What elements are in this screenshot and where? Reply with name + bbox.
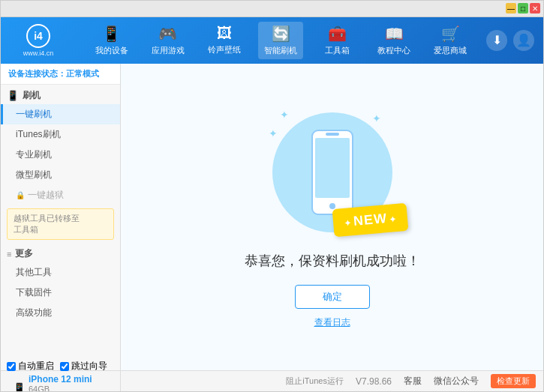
sidebar-item-one-key-flash[interactable]: 一键刷机: [1, 104, 120, 124]
nav-device-icon: 📱: [102, 25, 121, 43]
nav-toolbox[interactable]: 🧰 工具箱: [315, 22, 360, 59]
device-storage: 64GB: [29, 385, 95, 392]
nav-apps[interactable]: 🎮 应用游戏: [146, 22, 191, 59]
sidebar-item-advanced[interactable]: 高级功能: [1, 303, 120, 323]
phone-svg: [306, 127, 359, 217]
sidebar-item-itunes-flash[interactable]: iTunes刷机: [1, 124, 120, 145]
flash-section-header: 📱 刷机: [1, 85, 120, 104]
nav-tutorial-icon: 📖: [385, 25, 404, 43]
main-content: ✦ ✦ ✦ NEW 恭喜您，保资料刷机成功啦！ 确定 查看日志: [121, 64, 543, 370]
svg-rect-1: [315, 138, 350, 198]
nav-flash-label: 智能刷机: [264, 45, 297, 56]
main-layout: 设备连接状态：正常模式 📱 刷机 一键刷机 iTunes刷机 专业刷机 微型刷机…: [1, 64, 543, 370]
device-icon: 📱: [13, 382, 26, 392]
flash-section-label: 刷机: [23, 89, 41, 102]
itunes-status: 阻止iTunes运行: [286, 376, 344, 387]
confirm-button[interactable]: 确定: [295, 285, 370, 309]
nav-store-label: 爱思商城: [434, 45, 467, 56]
nav-my-device[interactable]: 📱 我的设备: [89, 22, 134, 59]
sparkle-2: ✦: [269, 127, 278, 139]
app-header: i4 www.i4.cn 📱 我的设备 🎮 应用游戏 🖼 铃声壁纸 🔄 智能刷机: [1, 17, 543, 64]
status-label: 设备连接状态：: [8, 69, 66, 78]
lock-icon: 🔒: [16, 191, 25, 199]
nav-device-label: 我的设备: [95, 45, 128, 56]
sidebar-item-other-tools[interactable]: 其他工具: [1, 262, 120, 283]
update-button[interactable]: 检查更新: [491, 374, 536, 388]
advanced-label: 高级功能: [16, 307, 52, 318]
skip-wizard-input[interactable]: [60, 362, 69, 371]
logo-circle: i4: [26, 24, 50, 48]
sparkle-1: ✦: [280, 109, 289, 121]
sidebar-note: 越狱工具已转移至 工具箱: [7, 208, 114, 241]
auto-restart-label: 自动重启: [18, 360, 54, 373]
version-text: V7.98.66: [356, 376, 392, 387]
new-badge: NEW: [332, 203, 408, 237]
nav-tutorial-label: 教程中心: [377, 45, 410, 56]
nav-apps-label: 应用游戏: [152, 45, 185, 56]
flash-section-icon: 📱: [7, 90, 19, 101]
device-details: iPhone 12 mini 64GB Down-12mini-13.1: [29, 374, 95, 392]
view-log-link[interactable]: 查看日志: [314, 316, 350, 329]
bottom-bar: 自动重启 跳过向导 📱 iPhone 12 mini 64GB Down-12m…: [1, 370, 543, 391]
more-section-icon: ≡: [7, 250, 11, 259]
more-section-label: 更多: [15, 247, 33, 260]
wechat-link[interactable]: 微信公众号: [434, 375, 479, 388]
header-right: ⬇ 👤: [486, 30, 543, 51]
connection-status: 设备连接状态：正常模式: [1, 64, 120, 85]
service-link[interactable]: 客服: [404, 375, 422, 388]
title-bar: — □ ✕: [1, 1, 543, 17]
download-button[interactable]: ⬇: [486, 30, 507, 51]
micro-flash-label: 微型刷机: [16, 169, 52, 180]
nav-tutorial[interactable]: 📖 教程中心: [371, 22, 416, 59]
sparkle-3: ✦: [372, 112, 381, 124]
nav-wallpaper[interactable]: 🖼 铃声壁纸: [202, 22, 247, 59]
nav-wallpaper-label: 铃声壁纸: [208, 44, 241, 55]
logo-text: www.i4.cn: [23, 49, 54, 57]
close-button[interactable]: ✕: [530, 3, 540, 13]
sidebar: 设备连接状态：正常模式 📱 刷机 一键刷机 iTunes刷机 专业刷机 微型刷机…: [1, 64, 121, 370]
nav-toolbox-label: 工具箱: [325, 45, 350, 56]
jailbreak-label: 一键越狱: [28, 189, 64, 202]
sidebar-item-pro-flash[interactable]: 专业刷机: [1, 145, 120, 165]
download-firmware-label: 下载固件: [16, 287, 52, 298]
pro-flash-label: 专业刷机: [16, 149, 52, 160]
auto-restart-checkbox[interactable]: 自动重启: [7, 360, 54, 373]
maximize-button[interactable]: □: [518, 3, 528, 13]
status-value: 正常模式: [66, 69, 99, 78]
bottom-checkboxes: 自动重启 跳过向导: [7, 360, 114, 373]
nav-store[interactable]: 🛒 爱思商城: [428, 22, 473, 59]
success-text: 恭喜您，保资料刷机成功啦！: [245, 252, 420, 270]
minimize-button[interactable]: —: [506, 3, 516, 13]
svg-rect-2: [326, 133, 339, 136]
bottom-right-panel: 阻止iTunes运行 V7.98.66 客服 微信公众号 检查更新: [121, 371, 543, 391]
note-line1: 越狱工具已转移至: [14, 214, 80, 223]
sidebar-item-micro-flash[interactable]: 微型刷机: [1, 165, 120, 185]
user-button[interactable]: 👤: [513, 30, 534, 51]
success-illustration: ✦ ✦ ✦ NEW: [265, 105, 400, 240]
sidebar-item-download-firmware[interactable]: 下载固件: [1, 283, 120, 303]
device-name: iPhone 12 mini: [29, 374, 95, 385]
nav-store-icon: 🛒: [441, 25, 460, 43]
itunes-flash-label: iTunes刷机: [16, 129, 61, 139]
nav-apps-icon: 🎮: [158, 25, 177, 43]
device-info: 📱 iPhone 12 mini 64GB Down-12mini-13.1: [13, 374, 108, 392]
nav-flash-icon: 🔄: [272, 25, 290, 43]
logo-initial: i4: [28, 25, 49, 46]
more-section-header: ≡ 更多: [1, 243, 120, 262]
auto-restart-input[interactable]: [7, 362, 16, 371]
device-panel: 📱 iPhone 12 mini 64GB Down-12mini-13.1: [7, 374, 114, 392]
nav-smart-flash[interactable]: 🔄 智能刷机: [258, 22, 303, 59]
nav-toolbox-icon: 🧰: [328, 25, 347, 43]
skip-wizard-checkbox[interactable]: 跳过向导: [60, 360, 107, 373]
bottom-left-panel: 自动重启 跳过向导 📱 iPhone 12 mini 64GB Down-12m…: [1, 371, 121, 391]
svg-point-3: [329, 203, 335, 209]
note-line2: 工具箱: [14, 225, 38, 234]
nav-bar: 📱 我的设备 🎮 应用游戏 🖼 铃声壁纸 🔄 智能刷机 🧰 工具箱 📖: [76, 17, 486, 64]
nav-wallpaper-icon: 🖼: [217, 25, 232, 42]
sidebar-item-jailbreak: 🔒 一键越狱: [1, 185, 120, 205]
one-key-flash-label: 一键刷机: [16, 109, 52, 119]
other-tools-label: 其他工具: [16, 267, 52, 277]
app-logo: i4 www.i4.cn: [1, 24, 76, 57]
skip-wizard-label: 跳过向导: [71, 360, 107, 373]
